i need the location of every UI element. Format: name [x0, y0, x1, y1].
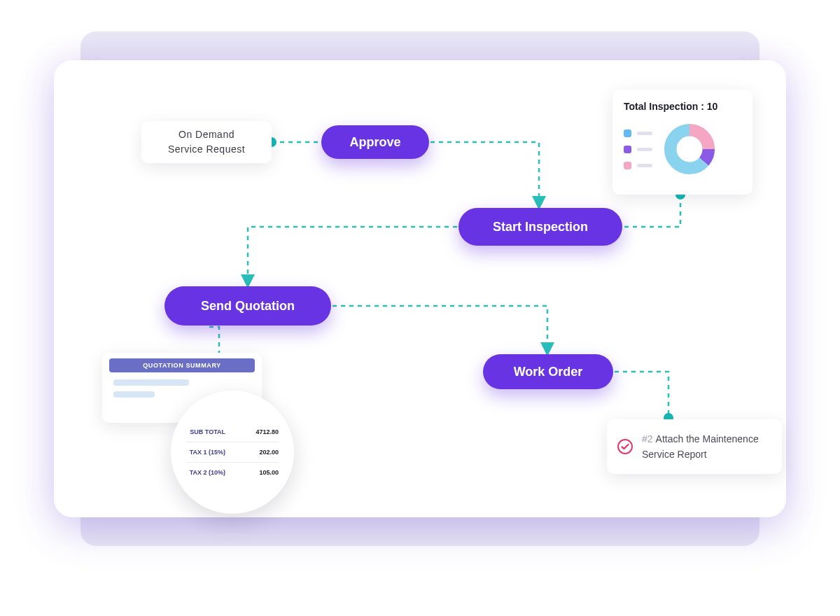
legend-item: [624, 146, 652, 153]
check-circle-icon: [617, 438, 634, 455]
legend-item: [624, 162, 652, 169]
placeholder-line: [113, 391, 155, 398]
diagram-card: On Demand Service Request Approve Start …: [54, 60, 786, 517]
placeholder-line: [113, 379, 189, 386]
attach-task-body: Attach the Maintenence Service Report: [642, 433, 759, 460]
work-order-node: Work Order: [483, 354, 613, 389]
work-order-label: Work Order: [514, 365, 583, 379]
quotation-row-label: TAX 2 (10%): [186, 469, 225, 476]
quotation-row: TAX 2 (10%) 105.00: [186, 462, 279, 482]
legend-bar-icon: [637, 132, 652, 135]
send-quotation-node: Send Quotation: [164, 286, 331, 326]
diagram-stage: On Demand Service Request Approve Start …: [54, 60, 786, 517]
quotation-totals-bubble: SUB TOTAL 4712.80 TAX 1 (15%) 202.00 TAX…: [171, 391, 294, 514]
legend-color-icon: [624, 130, 631, 137]
quotation-summary-header: QUOTATION SUMMARY: [109, 358, 255, 372]
quotation-row-value: 202.00: [259, 449, 279, 456]
legend-bar-icon: [637, 164, 652, 167]
legend-bar-icon: [637, 148, 652, 151]
start-inspection-label: Start Inspection: [493, 220, 588, 234]
inspection-widget: Total Inspection : 10: [612, 90, 752, 195]
quotation-row-value: 4712.80: [255, 428, 279, 435]
legend-color-icon: [624, 146, 631, 153]
legend-item: [624, 130, 652, 137]
inspection-legend: [624, 130, 652, 169]
quotation-row-value: 105.00: [259, 469, 279, 476]
attach-task-text: #2Attach the Maintenence Service Report: [642, 431, 772, 463]
send-quotation-label: Send Quotation: [201, 299, 295, 314]
quotation-row: TAX 1 (15%) 202.00: [186, 442, 279, 462]
inspection-widget-title: Total Inspection : 10: [624, 101, 741, 112]
service-request-node: On Demand Service Request: [141, 121, 272, 163]
legend-color-icon: [624, 162, 631, 169]
approve-node: Approve: [321, 125, 429, 159]
start-inspection-node: Start Inspection: [458, 208, 622, 246]
donut-chart-icon: [662, 122, 717, 176]
service-request-label: On Demand Service Request: [168, 127, 245, 157]
attach-task-number: #2: [642, 433, 653, 444]
quotation-row: SUB TOTAL 4712.80: [186, 422, 279, 442]
attach-task-card: #2Attach the Maintenence Service Report: [607, 419, 782, 474]
quotation-row-label: SUB TOTAL: [186, 428, 225, 435]
inspection-widget-body: [624, 122, 741, 176]
approve-label: Approve: [349, 135, 400, 150]
quotation-row-label: TAX 1 (15%): [186, 449, 225, 456]
